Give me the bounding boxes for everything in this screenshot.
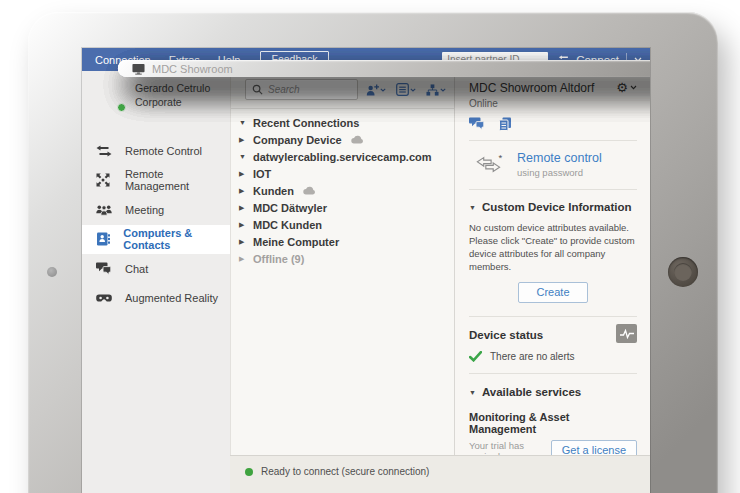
group-hierarchy-button[interactable] [424,84,448,96]
meeting-icon [95,204,112,216]
avatar [92,79,125,112]
sidebar-item-label: Augmented Reality [125,292,218,304]
tree-group-kunden[interactable]: ▶ Kunden [231,182,454,199]
device-label: MDC Showroom [152,63,233,75]
computers-tree: ▼ Recent Connections MDC Showroom Altdor… [231,109,454,267]
contacts-book-icon [95,232,110,246]
group-label: Kunden [253,185,294,197]
file-transfer-action-button[interactable] [498,117,512,131]
device-online-status: Online [469,98,637,109]
pulse-icon [620,329,634,339]
section-title: Device status [469,329,543,341]
sidebar-item-remote-control[interactable]: Remote Control [82,136,230,166]
status-bar: Ready to connect (secure connection) [230,455,650,493]
ready-status-text: Ready to connect (secure connection) [261,466,429,477]
group-label: IOT [253,168,271,180]
tree-group-mdc-datwyler[interactable]: ▶ MDC Dätwyler [231,199,454,216]
device-detail-title: MDC Showroom Altdorf [469,81,616,95]
sidebar-item-label: Remote Management [125,168,230,192]
monitoring-asset-block: Monitoring & Asset Management Your trial… [469,411,637,455]
device-action-icons [469,117,637,141]
search-input[interactable] [268,84,351,95]
collapsed-triangle-icon[interactable]: ▶ [239,187,248,195]
sidebar-item-label: Computers & Contacts [123,227,230,251]
available-services-section: ▼ Available services Monitoring & Asset … [469,374,637,455]
ready-status-dot [245,468,253,476]
sidebar-item-meeting[interactable]: Meeting [82,195,230,225]
no-alerts-text: There are no alerts [490,351,575,362]
add-contact-button[interactable] [364,84,388,96]
section-title: Custom Device Information [482,201,632,213]
svg-text:*: * [499,155,503,163]
collapsed-triangle-icon[interactable]: ▶ [239,136,248,144]
expanded-triangle-icon: ▼ [469,204,476,211]
group-label: MDC Dätwyler [253,202,327,214]
sidebar-item-label: Chat [125,263,148,275]
collapsed-triangle-icon[interactable]: ▶ [239,221,248,229]
chat-bubbles-icon [95,262,112,275]
monitor-offline-icon [132,63,145,75]
custom-device-info-section: ▼ Custom Device Information No custom de… [469,190,637,317]
sidebar: Gerardo Cetrulo Corporate Remote Control [82,71,230,493]
profile-block[interactable]: Gerardo Cetrulo Corporate [82,71,230,112]
group-label: Company Device [253,134,342,146]
section-title: Available services [482,386,581,398]
view-options-button[interactable] [394,83,418,96]
sidebar-item-augmented-reality[interactable]: Augmented Reality [82,284,230,314]
expanded-triangle-icon[interactable]: ▼ [239,153,248,160]
camera-dot [47,267,57,277]
device-detail-panel: MDC Showroom Altdorf ⚙ Online [455,71,650,455]
sidebar-item-remote-management[interactable]: Remote Management [82,166,230,196]
tree-group-iot[interactable]: ▶ IOT [231,165,454,182]
cloud-icon [351,135,364,144]
check-icon [469,351,482,362]
expanded-triangle-icon[interactable]: ▼ [239,119,248,126]
collapsed-triangle-icon[interactable]: ▶ [239,204,248,212]
remote-control-action[interactable]: * Remote control using password [469,141,637,190]
chat-action-button[interactable] [469,117,484,131]
sidebar-nav: Remote Control Remote Man [82,136,230,313]
sidebar-item-computers-contacts[interactable]: Computers & Contacts [82,225,230,255]
tree-group-mdc-kunden[interactable]: ▶ MDC Kunden [231,216,454,233]
remote-control-outline-icon: * [473,155,505,174]
home-button [668,257,698,287]
online-status-dot [117,103,126,112]
profile-name: Gerardo Cetrulo [135,81,210,95]
group-label: MDC Kunden [253,219,322,231]
tree-group-offline[interactable]: ▶ Offline (9) [231,250,454,267]
group-label: Offline (9) [253,253,304,265]
group-label: datwylercabling.servicecamp.com [253,151,432,163]
profile-role: Corporate [135,95,210,109]
search-box[interactable] [245,79,358,100]
tree-group-company-device[interactable]: ▶ Company Device [231,131,454,148]
sidebar-item-chat[interactable]: Chat [82,254,230,284]
sidebar-item-label: Meeting [125,204,164,216]
collapsed-triangle-icon[interactable]: ▶ [239,238,248,246]
tree-device-mdc-showroom[interactable]: MDC Showroom [118,60,650,77]
tree-group-servicecamp[interactable]: ▼ datwylercabling.servicecamp.com [231,148,454,165]
get-license-button[interactable]: Get a license [551,440,637,455]
chevron-down-icon [630,85,637,90]
custom-device-info-text: No custom device attributes available. P… [469,221,637,273]
gear-icon: ⚙ [616,81,628,94]
device-monitoring-button[interactable] [616,324,637,343]
device-status-section: Device status Ther [469,317,637,374]
available-services-header[interactable]: ▼ Available services [469,386,637,398]
group-label: Meine Computer [253,236,339,248]
tree-group-meine-computer[interactable]: ▶ Meine Computer [231,233,454,250]
search-icon [252,84,263,95]
collapsed-triangle-icon[interactable]: ▶ [239,255,248,263]
ar-goggles-icon [95,294,112,303]
app-window: Connection Extras Help Feedback Connect [82,48,650,493]
custom-device-info-header[interactable]: ▼ Custom Device Information [469,201,637,213]
group-label: Recent Connections [253,117,359,129]
monitoring-title: Monitoring & Asset Management [469,411,637,435]
cloud-icon [303,186,316,195]
tree-group-recent-connections[interactable]: ▼ Recent Connections [231,114,454,131]
remote-control-link[interactable]: Remote control [517,151,602,165]
collapsed-triangle-icon[interactable]: ▶ [239,170,248,178]
create-button[interactable]: Create [518,282,587,303]
device-settings-button[interactable]: ⚙ [616,81,637,94]
computers-list-panel: ▼ Recent Connections MDC Showroom Altdor… [230,71,455,455]
remote-control-sub: using password [517,167,602,178]
